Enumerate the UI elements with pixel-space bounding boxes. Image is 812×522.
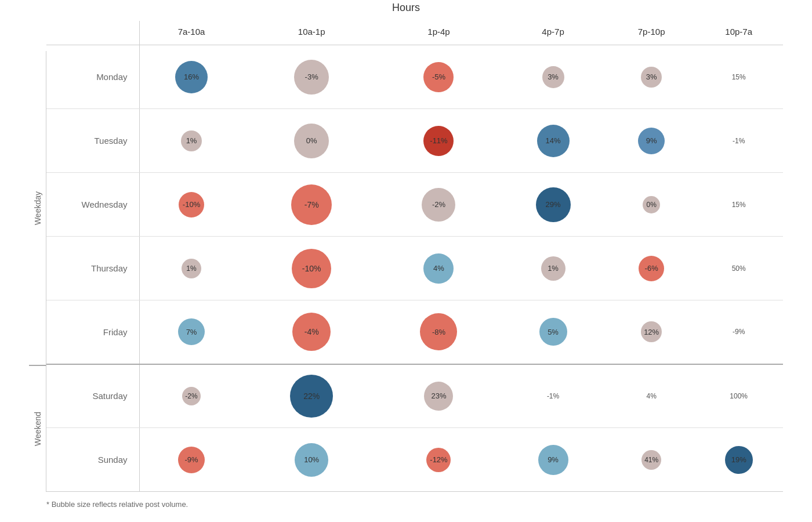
row-label-monday: Monday	[46, 45, 139, 109]
cell-thursday-col3: 1%	[498, 237, 608, 300]
chart-container: Hours Weekday Weekend 7a-10a 10a-1p	[12, 0, 800, 522]
bubble: -11%	[423, 126, 454, 156]
cell-monday-col1: -3%	[244, 45, 380, 109]
cell-tuesday-col0: 1%	[139, 109, 244, 173]
row-label-friday: Friday	[46, 300, 139, 364]
bubble: 16%	[175, 61, 208, 93]
bubble: 0%	[294, 124, 329, 158]
weekday-axis-section: Weekday	[29, 51, 46, 366]
table-row: Tuesday1%0%-11%14%9%-1%	[46, 109, 783, 173]
bubble: -10%	[179, 192, 204, 217]
bubble: 1%	[541, 256, 566, 281]
bubble: 1%	[181, 130, 202, 151]
cell-monday-col0: 16%	[139, 45, 244, 109]
bubble: 3%	[542, 66, 564, 88]
bubble: -1%	[545, 387, 562, 405]
bubble: 22%	[290, 375, 333, 418]
bubble: -2%	[422, 188, 455, 222]
bubble: 15%	[730, 68, 748, 86]
cell-sunday-col0: -9%	[139, 428, 244, 492]
cell-thursday-col4: -6%	[608, 237, 694, 300]
table-row: Saturday-2%22%23%-1%4%100%	[46, 364, 783, 428]
cell-wednesday-col1: -7%	[244, 173, 380, 237]
bubble: 4%	[643, 387, 660, 405]
cell-tuesday-col2: -11%	[380, 109, 498, 173]
bubble: 1%	[182, 259, 201, 278]
bubble: 4%	[423, 253, 454, 284]
cell-wednesday-col4: 0%	[608, 173, 694, 237]
bubble: 9%	[538, 445, 568, 475]
table-row: Monday16%-3%-5%3%3%15%	[46, 45, 783, 109]
row-label-thursday: Thursday	[46, 237, 139, 300]
bubble: 10%	[295, 443, 328, 477]
bubble: -10%	[292, 249, 331, 288]
cell-sunday-col5: 19%	[694, 428, 783, 492]
cell-wednesday-col0: -10%	[139, 173, 244, 237]
weekend-axis-label: Weekend	[33, 412, 42, 446]
cell-monday-col3: 3%	[498, 45, 608, 109]
bubble: 41%	[641, 450, 661, 470]
bubble: 23%	[424, 382, 453, 411]
cell-saturday-col2: 23%	[380, 364, 498, 428]
bubble: -9%	[178, 447, 205, 473]
cell-friday-col5: -9%	[694, 300, 783, 364]
col-header-2: 1p-4p	[380, 21, 498, 45]
cell-friday-col2: -8%	[380, 300, 498, 364]
cell-thursday-col5: 50%	[694, 237, 783, 300]
col-header-0: 7a-10a	[139, 21, 244, 45]
col-header-1: 10a-1p	[244, 21, 380, 45]
row-header-col	[46, 21, 139, 45]
bubble: 100%	[730, 387, 748, 405]
cell-saturday-col0: -2%	[139, 364, 244, 428]
bubble: 5%	[539, 318, 567, 346]
bubble: 7%	[178, 318, 205, 345]
cell-tuesday-col3: 14%	[498, 109, 608, 173]
table-row: Friday7%-4%-8%5%12%-9%	[46, 300, 783, 364]
bubble-chart-table: 7a-10a 10a-1p 1p-4p 4p-7p 7p-10p 10p-7a …	[46, 21, 783, 492]
left-axis: Weekday Weekend	[29, 51, 46, 492]
cell-thursday-col1: -10%	[244, 237, 380, 300]
bubble: -5%	[423, 62, 454, 92]
table-row: Sunday-9%10%-12%9%41%19%	[46, 428, 783, 492]
cell-sunday-col1: 10%	[244, 428, 380, 492]
bubble: -3%	[294, 60, 329, 95]
weekend-axis-section: Weekend	[29, 366, 46, 492]
cell-saturday-col3: -1%	[498, 364, 608, 428]
weekday-axis-label: Weekday	[33, 191, 42, 225]
bubble: -9%	[730, 323, 748, 340]
cell-monday-col2: -5%	[380, 45, 498, 109]
table-row: Thursday1%-10%4%1%-6%50%	[46, 237, 783, 300]
bubble: 9%	[638, 128, 665, 154]
bubble: -2%	[182, 387, 201, 405]
bubble: -4%	[292, 313, 331, 351]
bubble: 15%	[730, 196, 748, 213]
cell-wednesday-col3: 29%	[498, 173, 608, 237]
cell-friday-col4: 12%	[608, 300, 694, 364]
cell-wednesday-col5: 15%	[694, 173, 783, 237]
bubble: 19%	[725, 446, 753, 474]
bubble: 0%	[643, 196, 660, 213]
bubble: -7%	[291, 184, 332, 225]
cell-friday-col3: 5%	[498, 300, 608, 364]
row-label-tuesday: Tuesday	[46, 109, 139, 173]
hours-title: Hours	[29, 2, 783, 14]
bubble: 29%	[536, 187, 571, 222]
bubble: 12%	[641, 321, 662, 342]
cell-sunday-col3: 9%	[498, 428, 608, 492]
cell-saturday-col1: 22%	[244, 364, 380, 428]
cell-monday-col4: 3%	[608, 45, 694, 109]
bubble: 14%	[537, 125, 570, 157]
cell-friday-col0: 7%	[139, 300, 244, 364]
row-label-sunday: Sunday	[46, 428, 139, 492]
cell-tuesday-col4: 9%	[608, 109, 694, 173]
cell-tuesday-col1: 0%	[244, 109, 380, 173]
bubble: 50%	[730, 260, 748, 277]
footnote: * Bubble size reflects relative post vol…	[29, 500, 783, 509]
bubble: 3%	[641, 67, 662, 88]
cell-monday-col5: 15%	[694, 45, 783, 109]
cell-sunday-col2: -12%	[380, 428, 498, 492]
col-header-3: 4p-7p	[498, 21, 608, 45]
cell-sunday-col4: 41%	[608, 428, 694, 492]
row-label-wednesday: Wednesday	[46, 173, 139, 237]
bubble: -6%	[639, 256, 664, 281]
